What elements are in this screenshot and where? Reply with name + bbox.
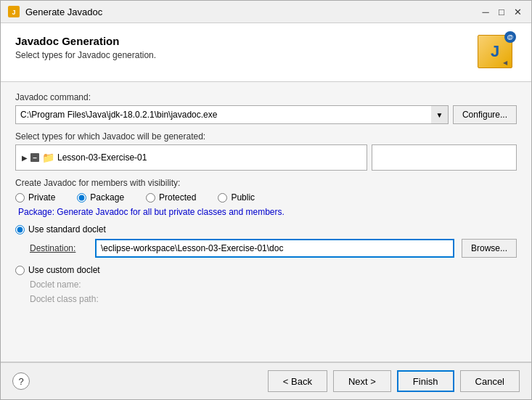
finish-button[interactable]: Finish — [397, 370, 454, 392]
close-button[interactable]: ✕ — [511, 5, 524, 18]
doclet-classpath-field: Doclet class path: — [15, 294, 517, 304]
tree-item-label: Lesson-03-Exercise-01 — [57, 152, 147, 163]
visibility-info-suffix: . — [282, 207, 285, 217]
footer-right: < Back Next > Finish Cancel — [268, 370, 520, 392]
j-letter-icon: J — [491, 42, 499, 61]
header-section: Javadoc Generation Select types for Java… — [1, 23, 531, 82]
window-controls: ─ □ ✕ — [479, 5, 524, 18]
doclet-classpath-label: Doclet class path: — [30, 294, 517, 304]
header-title: Javadoc Generation — [15, 35, 156, 47]
destination-row: Destination: Browse... — [15, 239, 517, 258]
types-right-panel[interactable] — [372, 144, 517, 171]
custom-doclet-radio[interactable] — [15, 266, 25, 275]
standard-doclet-row: Use standard doclet — [15, 224, 517, 234]
visibility-protected-label: Protected — [159, 192, 196, 203]
next-button[interactable]: Next > — [333, 370, 391, 392]
dialog-icon: J — [8, 6, 20, 17]
expand-arrow-icon: ▶ — [22, 154, 28, 162]
visibility-label: Create Javadoc for members with visibili… — [15, 178, 517, 188]
destination-label: Destination: — [30, 243, 88, 253]
standard-doclet-radio[interactable] — [15, 225, 25, 234]
configure-button[interactable]: Configure... — [453, 105, 517, 124]
types-tree[interactable]: ▶ – 📁 Lesson-03-Exercise-01 — [15, 144, 367, 171]
custom-doclet-row: Use custom doclet — [15, 265, 517, 275]
cancel-button[interactable]: Cancel — [460, 370, 520, 392]
visibility-package-radio[interactable] — [77, 193, 86, 203]
doclet-section: Use standard doclet Destination: Browse.… — [15, 224, 517, 258]
footer-left: ? — [12, 372, 30, 390]
javadoc-command-label: Javadoc command: — [15, 92, 517, 102]
visibility-private-radio[interactable] — [15, 193, 25, 203]
standard-doclet-label: Use standard doclet — [28, 224, 106, 234]
visibility-info-highlight: all but private classes and members — [143, 207, 282, 217]
visibility-section: Create Javadoc for members with visibili… — [15, 178, 517, 217]
title-bar: J Generate Javadoc ─ □ ✕ — [1, 1, 531, 23]
visibility-public-label: Public — [231, 192, 255, 203]
folder-icon: 📁 — [42, 152, 54, 163]
combo-arrow-icon[interactable]: ▼ — [431, 105, 449, 124]
header-icon: @ J ◀ — [478, 35, 517, 71]
custom-doclet-label: Use custom doclet — [28, 265, 100, 275]
visibility-info: Package: Generate Javadoc for all but pr… — [15, 207, 517, 217]
doclet-name-label: Doclet name: — [30, 279, 517, 290]
javadoc-command-group: Javadoc command: ▼ Configure... — [15, 92, 517, 124]
visibility-private-option[interactable]: Private — [15, 192, 55, 203]
generate-javadoc-dialog: J Generate Javadoc ─ □ ✕ Javadoc Generat… — [0, 0, 532, 400]
at-icon: @ — [504, 31, 516, 43]
content-area: Javadoc command: ▼ Configure... Select t… — [1, 82, 531, 362]
select-types-group: Select types for which Javadoc will be g… — [15, 131, 517, 171]
browse-button[interactable]: Browse... — [462, 239, 517, 258]
dialog-title: Generate Javadoc — [25, 7, 473, 17]
arrow-icon: ◀ — [503, 60, 507, 66]
standard-doclet-option[interactable]: Use standard doclet — [15, 224, 106, 234]
doclet-name-field: Doclet name: — [15, 279, 517, 290]
custom-doclet-option[interactable]: Use custom doclet — [15, 265, 100, 275]
tree-item-row: ▶ – 📁 Lesson-03-Exercise-01 — [22, 152, 147, 163]
visibility-public-radio[interactable] — [218, 193, 227, 203]
visibility-protected-option[interactable]: Protected — [146, 192, 196, 203]
svg-text:J: J — [12, 9, 15, 16]
visibility-protected-radio[interactable] — [146, 193, 155, 203]
visibility-private-label: Private — [28, 192, 55, 203]
visibility-info-prefix: Package: Generate Javadoc for — [18, 207, 143, 217]
visibility-package-label: Package — [90, 192, 124, 203]
minimize-button[interactable]: ─ — [479, 5, 492, 18]
select-types-label: Select types for which Javadoc will be g… — [15, 131, 517, 142]
select-types-row: ▶ – 📁 Lesson-03-Exercise-01 — [15, 144, 517, 171]
header-text: Javadoc Generation Select types for Java… — [15, 35, 156, 60]
visibility-radio-row: Private Package Protected Public — [15, 192, 517, 203]
header-subtitle: Select types for Javadoc generation. — [15, 50, 156, 60]
header-icon-inner: @ J ◀ — [478, 35, 512, 68]
destination-input[interactable] — [95, 239, 454, 258]
javadoc-command-input[interactable] — [15, 105, 449, 124]
custom-doclet-section: Use custom doclet Doclet name: Doclet cl… — [15, 265, 517, 304]
footer: ? < Back Next > Finish Cancel — [1, 362, 531, 399]
visibility-package-option[interactable]: Package — [77, 192, 124, 203]
minus-icon: – — [30, 153, 39, 162]
visibility-public-option[interactable]: Public — [218, 192, 255, 203]
javadoc-command-combo[interactable]: ▼ — [15, 105, 449, 124]
maximize-button[interactable]: □ — [495, 5, 508, 18]
javadoc-command-row: ▼ Configure... — [15, 105, 517, 124]
help-button[interactable]: ? — [12, 372, 30, 390]
back-button[interactable]: < Back — [268, 370, 327, 392]
